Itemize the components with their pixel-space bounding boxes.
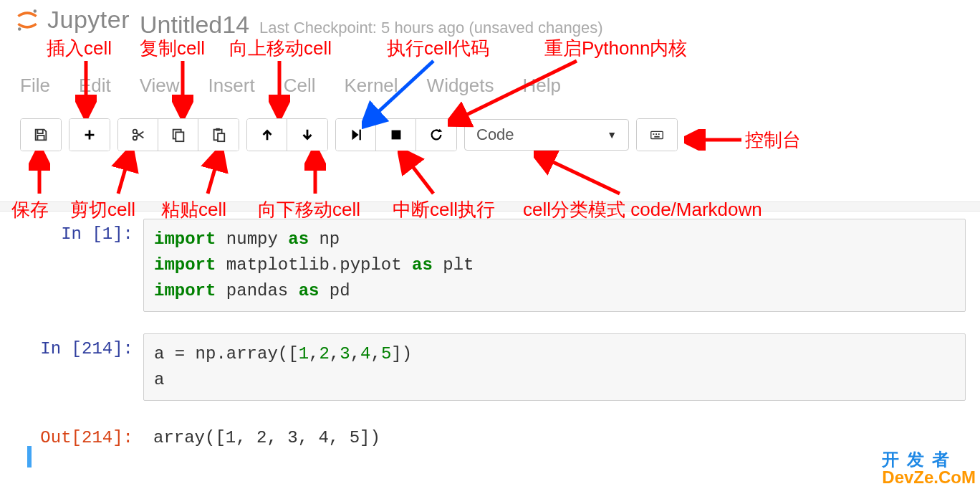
- arrow-insert: [75, 57, 97, 118]
- arrow-save: [29, 151, 50, 201]
- copy-icon: [170, 127, 186, 143]
- svg-rect-19: [216, 128, 220, 130]
- brand-text: Jupyter: [47, 6, 130, 34]
- insert-cell-button[interactable]: [69, 119, 110, 151]
- svg-line-9: [118, 156, 129, 194]
- svg-line-10: [208, 156, 218, 194]
- arrow-up-icon: [259, 127, 275, 143]
- copy-button[interactable]: [158, 119, 198, 151]
- svg-rect-17: [176, 132, 183, 141]
- svg-line-12: [405, 156, 433, 194]
- svg-rect-20: [218, 133, 224, 141]
- plus-icon: [82, 127, 97, 143]
- svg-point-1: [18, 27, 21, 31]
- svg-line-13: [541, 156, 620, 194]
- arrow-cut: [107, 151, 143, 201]
- scissors-icon: [130, 127, 146, 143]
- code-input[interactable]: import numpy as np import matplotlib.pyp…: [143, 219, 966, 312]
- annot-interrupt: 中断cell执行: [393, 197, 495, 222]
- arrow-restart: [448, 57, 591, 129]
- svg-rect-22: [391, 130, 400, 139]
- svg-rect-27: [654, 136, 659, 137]
- output-cell: Out[214]: array([1, 2, 3, 4, 5]): [14, 422, 966, 453]
- arrow-run: [362, 57, 448, 129]
- notebook-header: Jupyter Untitled14 Last Checkpoint: 5 ho…: [0, 0, 980, 39]
- code-input[interactable]: a = np.array([1,2,3,4,5]) a: [143, 333, 966, 401]
- out-prompt: Out[214]:: [14, 422, 143, 453]
- arrow-console: [684, 129, 749, 151]
- cell-selection-indicator: [27, 446, 32, 467]
- watermark: 开 发 者 DevZe.CoM: [882, 450, 976, 486]
- arrow-copy: [172, 57, 193, 118]
- annot-insert-cell: 插入cell: [47, 36, 112, 61]
- annot-cut-cell: 剪切cell: [70, 197, 135, 222]
- notebook-cells: In [1]: import numpy as np import matplo…: [0, 212, 980, 453]
- keyboard-icon: [649, 127, 665, 143]
- checkpoint-text: Last Checkpoint: 5 hours ago (unsaved ch…: [259, 19, 602, 37]
- logo-wrap: Jupyter: [14, 6, 130, 34]
- code-cell[interactable]: In [1]: import numpy as np import matplo…: [14, 219, 966, 312]
- menu-file[interactable]: File: [20, 75, 50, 97]
- save-button[interactable]: [21, 119, 61, 151]
- move-down-button[interactable]: [287, 119, 327, 151]
- paste-icon: [211, 127, 226, 143]
- annot-save: 保存: [11, 197, 49, 222]
- svg-rect-21: [359, 129, 360, 140]
- svg-rect-25: [655, 133, 657, 135]
- annot-move-down: 向下移动cell: [258, 197, 360, 222]
- svg-rect-23: [651, 131, 663, 138]
- annot-paste-cell: 粘贴cell: [161, 197, 226, 222]
- code-cell[interactable]: In [214]: a = np.array([1,2,3,4,5]) a: [14, 333, 966, 401]
- in-prompt: In [1]:: [14, 219, 143, 312]
- svg-rect-24: [653, 133, 655, 135]
- save-icon: [33, 127, 49, 143]
- svg-rect-26: [658, 133, 660, 135]
- annot-run-cell: 执行cell代码: [387, 36, 489, 61]
- svg-line-5: [369, 61, 433, 120]
- arrow-paste: [197, 151, 233, 201]
- svg-line-6: [455, 61, 577, 120]
- annot-copy-cell: 复制cell: [140, 36, 205, 61]
- arrow-interrupt: [398, 151, 448, 201]
- svg-point-0: [34, 9, 37, 13]
- move-up-button[interactable]: [247, 119, 287, 151]
- arrow-down-icon: [299, 127, 315, 143]
- caret-down-icon: ▼: [607, 129, 617, 141]
- notebook-title[interactable]: Untitled14: [140, 11, 249, 39]
- cell-output: array([1, 2, 3, 4, 5]): [143, 422, 966, 453]
- menu-insert[interactable]: Insert: [208, 75, 255, 97]
- annot-console: 控制台: [745, 128, 801, 153]
- annot-cell-type-mode: cell分类模式 code/Markdown: [523, 197, 762, 222]
- arrow-moveup: [269, 57, 290, 118]
- in-prompt: In [214]:: [14, 333, 143, 401]
- jupyter-logo-icon: [14, 7, 40, 33]
- paste-button[interactable]: [198, 119, 239, 151]
- annot-move-up: 向上移动cell: [229, 36, 332, 61]
- arrow-movedown: [304, 151, 326, 201]
- annot-restart-kernel: 重启Pythonn内核: [544, 36, 687, 61]
- arrow-celltype: [534, 151, 634, 201]
- command-palette-button[interactable]: [637, 119, 677, 151]
- cut-button[interactable]: [118, 119, 158, 151]
